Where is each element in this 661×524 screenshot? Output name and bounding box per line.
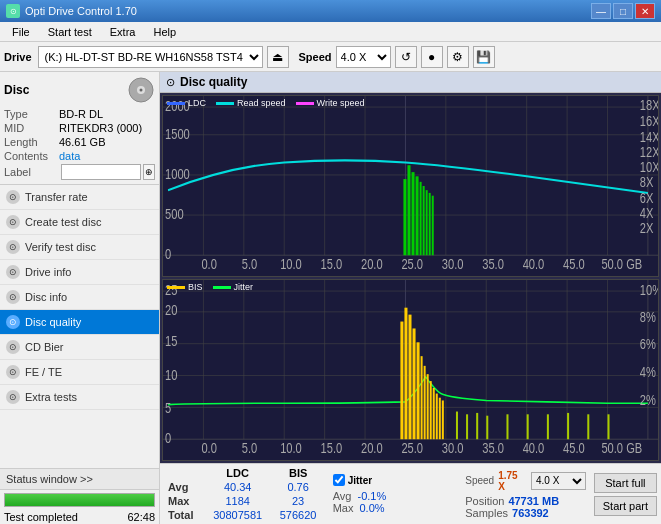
sidebar-item-disc-info[interactable]: ⊙ Disc info (0, 285, 159, 310)
stats-table: LDC BIS Avg 40.34 0.76 Max (164, 466, 325, 522)
sidebar-item-drive-info[interactable]: ⊙ Drive info (0, 260, 159, 285)
svg-rect-23 (412, 172, 415, 255)
disc-type-value: BD-R DL (59, 108, 103, 120)
svg-rect-78 (417, 342, 420, 439)
drive-label: Drive (4, 51, 32, 63)
eject-button[interactable]: ⏏ (267, 46, 289, 68)
svg-text:1000: 1000 (165, 165, 190, 182)
menu-help[interactable]: Help (145, 24, 184, 40)
jitter-checkbox[interactable] (333, 474, 345, 486)
status-window-button[interactable]: Status window >> (0, 469, 159, 490)
svg-text:0: 0 (165, 246, 171, 263)
menu-file[interactable]: File (4, 24, 38, 40)
samples-row: Samples 763392 (465, 507, 586, 519)
disc-section: Disc Type BD-R DL MID RITEKDR3 (000) Len… (0, 72, 159, 185)
svg-rect-84 (436, 394, 438, 440)
svg-rect-93 (547, 414, 549, 439)
sidebar-item-label-create-test-disc: Create test disc (25, 216, 101, 228)
chart1-wrapper: 0 500 1000 1500 2000 0.0 5.0 10.0 15.0 2… (162, 95, 659, 277)
svg-rect-29 (432, 196, 434, 256)
svg-rect-79 (421, 356, 423, 439)
stats-total-label: Total (164, 508, 204, 522)
status-time: 62:48 (127, 511, 155, 523)
disc-mid-row: MID RITEKDR3 (000) (4, 122, 155, 134)
svg-text:2X: 2X (640, 219, 654, 236)
sidebar-item-fe-te[interactable]: ⊙ FE / TE (0, 360, 159, 385)
disc-type-label: Type (4, 108, 59, 120)
save-button[interactable]: 💾 (473, 46, 495, 68)
jitter-avg-label: Avg (333, 490, 352, 502)
verify-test-disc-icon: ⊙ (6, 240, 20, 254)
menu-start-test[interactable]: Start test (40, 24, 100, 40)
legend-write-speed-label: Write speed (317, 98, 365, 108)
legend-read-speed-label: Read speed (237, 98, 286, 108)
sidebar-item-transfer-rate[interactable]: ⊙ Transfer rate (0, 185, 159, 210)
svg-text:0.0: 0.0 (201, 439, 216, 456)
sidebar-item-verify-test-disc[interactable]: ⊙ Verify test disc (0, 235, 159, 260)
sidebar-item-label-disc-quality: Disc quality (25, 316, 81, 328)
legend-ldc-color (167, 102, 185, 105)
jitter-avg-value: -0.1% (357, 490, 386, 502)
jitter-section: Jitter Avg -0.1% Max 0.0% (329, 472, 458, 516)
sidebar-item-label-drive-info: Drive info (25, 266, 71, 278)
minimize-button[interactable]: — (591, 3, 611, 19)
jitter-max-value: 0.0% (359, 502, 384, 514)
refresh-button[interactable]: ↺ (395, 46, 417, 68)
disc-label-input[interactable] (61, 164, 141, 180)
svg-text:10.0: 10.0 (280, 439, 302, 456)
svg-text:8%: 8% (640, 308, 656, 325)
svg-point-2 (140, 89, 143, 92)
speed-select-toolbar[interactable]: 4.0 X (336, 46, 391, 68)
sidebar-item-label-disc-info: Disc info (25, 291, 67, 303)
jitter-avg-row: Avg -0.1% (333, 490, 454, 502)
drive-select[interactable]: (K:) HL-DT-ST BD-RE WH16NS58 TST4 (38, 46, 263, 68)
legend-write-speed: Write speed (296, 98, 365, 108)
svg-text:500: 500 (165, 206, 184, 223)
record-button[interactable]: ● (421, 46, 443, 68)
settings-button[interactable]: ⚙ (447, 46, 469, 68)
sidebar: Disc Type BD-R DL MID RITEKDR3 (000) Len… (0, 72, 160, 524)
close-button[interactable]: ✕ (635, 3, 655, 19)
disc-contents-row: Contents data (4, 150, 155, 162)
titlebar-left: ⊙ Opti Drive Control 1.70 (6, 4, 137, 18)
position-value: 47731 MB (508, 495, 559, 507)
chart2-svg: 0 5 10 15 20 25 0.0 5.0 10.0 15.0 20.0 2… (163, 280, 658, 460)
app-icon: ⊙ (6, 4, 20, 18)
maximize-button[interactable]: □ (613, 3, 633, 19)
svg-rect-81 (427, 374, 429, 439)
speed-info-label: Speed (465, 475, 494, 486)
stats-max-row: Max 1184 23 (164, 494, 325, 508)
svg-rect-27 (426, 190, 428, 255)
status-window-label: Status window >> (6, 473, 93, 485)
disc-label-icon-btn[interactable]: ⊕ (143, 164, 155, 180)
disc-header: Disc (4, 76, 155, 104)
svg-rect-21 (403, 179, 406, 255)
svg-text:50.0 GB: 50.0 GB (601, 439, 642, 456)
chart1-svg: 0 500 1000 1500 2000 0.0 5.0 10.0 15.0 2… (163, 96, 658, 276)
sidebar-item-extra-tests[interactable]: ⊙ Extra tests (0, 385, 159, 410)
legend-read-speed: Read speed (216, 98, 286, 108)
menu-extra[interactable]: Extra (102, 24, 144, 40)
sidebar-item-create-test-disc[interactable]: ⊙ Create test disc (0, 210, 159, 235)
nav-items: ⊙ Transfer rate ⊙ Create test disc ⊙ Ver… (0, 185, 159, 468)
main-layout: Disc Type BD-R DL MID RITEKDR3 (000) Len… (0, 72, 661, 524)
stats-row: LDC BIS Avg 40.34 0.76 Max (164, 466, 657, 522)
start-part-button[interactable]: Start part (594, 496, 657, 516)
stats-empty-header (164, 466, 204, 480)
start-full-button[interactable]: Start full (594, 473, 657, 493)
panel-header: ⊙ Disc quality (160, 72, 661, 93)
stats-ldc-bis: LDC BIS Avg 40.34 0.76 Max (164, 466, 325, 522)
svg-rect-91 (506, 414, 508, 439)
svg-text:5.0: 5.0 (242, 439, 257, 456)
create-test-disc-icon: ⊙ (6, 215, 20, 229)
svg-text:5: 5 (165, 399, 171, 416)
speed-info-section: Speed 1.75 X 4.0 X Position 47731 MB Sam… (461, 468, 590, 521)
sidebar-item-disc-quality[interactable]: ⊙ Disc quality (0, 310, 159, 335)
speed-stats-select[interactable]: 4.0 X (531, 472, 586, 490)
svg-text:40.0: 40.0 (523, 255, 545, 272)
legend-read-speed-color (216, 102, 234, 105)
svg-text:6%: 6% (640, 336, 656, 353)
svg-rect-25 (420, 182, 422, 255)
status-section: Status window >> Test completed 62:48 (0, 468, 159, 524)
sidebar-item-cd-bier[interactable]: ⊙ CD Bier (0, 335, 159, 360)
